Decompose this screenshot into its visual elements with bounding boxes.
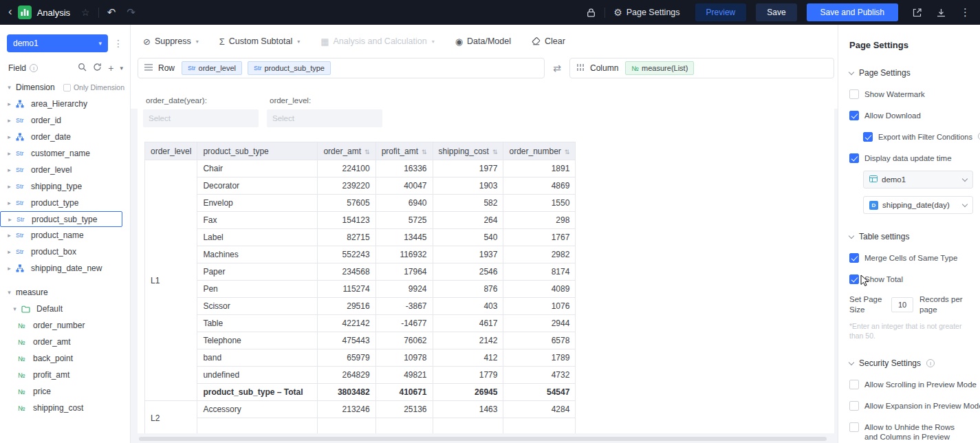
expand-caret-icon[interactable]: ▸	[6, 150, 13, 157]
toolbar-item-clear[interactable]: Clear	[532, 36, 565, 46]
field-item-product-box[interactable]: ▸ Str product_box	[0, 244, 130, 260]
dataset-select[interactable]: demo1 ▾	[7, 34, 108, 52]
collapse-caret-icon[interactable]: ▾	[120, 65, 123, 72]
merge-cells-checkbox[interactable]	[849, 253, 859, 263]
search-icon[interactable]	[78, 63, 87, 74]
toolbar-item-custom-subtotal[interactable]: Σ Custom Subtotal ▾	[219, 36, 300, 47]
measure-section-header[interactable]: ▾ measure	[0, 284, 130, 301]
col-header-product-sub-type[interactable]: product_sub_type	[197, 142, 318, 160]
expand-caret-icon[interactable]: ▸	[6, 199, 13, 206]
filter-select-order-level[interactable]: Select	[267, 109, 382, 127]
string-type-icon: Str	[16, 199, 28, 206]
horizontal-scrollbar[interactable]	[139, 437, 827, 441]
sort-icon[interactable]: ⇅	[364, 149, 370, 155]
sort-icon[interactable]: ⇅	[492, 149, 498, 155]
export-icon[interactable]	[912, 8, 922, 18]
row-field-pill-product-sub-type[interactable]: Str product_sub_type	[248, 61, 331, 75]
sort-icon[interactable]: ⇅	[422, 149, 427, 155]
field-item-shipping-cost[interactable]: № shipping_cost	[0, 400, 130, 416]
back-button[interactable]: ‹	[8, 5, 12, 19]
col-header-shipping-cost[interactable]: shipping_cost⇅	[433, 142, 503, 160]
dataset-field-select[interactable]: demo1	[863, 171, 973, 188]
expand-caret-icon[interactable]: ▸	[6, 100, 13, 107]
allow-scrolling-checkbox[interactable]	[849, 380, 859, 389]
allow-download-checkbox[interactable]	[849, 111, 859, 120]
row-field-pill-order-level[interactable]: Str order_level	[182, 61, 242, 75]
col-header-order-number[interactable]: order_number⇅	[503, 142, 576, 160]
column-field-pill-measure-list[interactable]: № measure(List)	[625, 61, 694, 75]
expand-caret-icon[interactable]: ▸	[6, 166, 13, 173]
toolbar-item-analysis-calculation[interactable]: ▦ Analysis and Calculation ▾	[320, 36, 435, 47]
table-cell: 213246	[318, 401, 375, 418]
lock-icon[interactable]	[586, 8, 596, 18]
chevron-down-icon: ▾	[196, 39, 199, 45]
col-header-order-level[interactable]: order_level	[145, 142, 197, 160]
field-item-order-amt[interactable]: № order_amt	[0, 334, 130, 350]
more-menu-icon[interactable]: ⋮	[960, 6, 970, 19]
chevron-down-icon[interactable]: ▾	[6, 289, 13, 296]
toolbar-item-suppress[interactable]: ⊘ Suppress ▾	[143, 36, 199, 47]
table-cell: 1463	[433, 401, 503, 418]
field-item-order-id[interactable]: ▸ Str order_id	[0, 112, 130, 129]
toolbar-item-data-model[interactable]: ◉ Data/Model	[455, 36, 511, 47]
row-shelf[interactable]: Row Str order_level Str product_sub_type	[138, 58, 545, 78]
col-header-order-amt[interactable]: order_amt⇅	[318, 142, 375, 160]
save-button[interactable]: Save	[756, 3, 796, 21]
section-table-settings[interactable]: Table settings	[849, 232, 970, 241]
allow-expansion-checkbox[interactable]	[849, 401, 859, 411]
chevron-down-icon[interactable]: ▾	[6, 84, 13, 91]
expand-caret-icon[interactable]: ▸	[6, 183, 13, 190]
field-item-product-type[interactable]: ▸ Str product_type	[0, 195, 130, 211]
field-item-order-level[interactable]: ▸ Str order_level	[0, 162, 130, 178]
field-item-back-point[interactable]: № back_point	[0, 350, 130, 367]
filter-select-order-date-year[interactable]: Select	[143, 109, 259, 127]
refresh-icon[interactable]	[93, 63, 102, 74]
chevron-down-icon[interactable]: ▾	[11, 305, 19, 312]
redo-icon[interactable]: ↷	[127, 6, 135, 19]
expand-caret-icon[interactable]: ▸	[6, 117, 13, 124]
field-item-order-date[interactable]: ▸ order_date	[0, 129, 130, 145]
table-cell: 4284	[503, 401, 576, 418]
filter-label: order_date(year):	[143, 96, 259, 105]
expand-caret-icon[interactable]: ▸	[6, 232, 13, 239]
allow-unhide-checkbox[interactable]	[849, 422, 859, 432]
undo-icon[interactable]: ↶	[107, 6, 116, 19]
field-item-shipping-type[interactable]: ▸ Str shipping_type	[0, 178, 130, 195]
display-update-time-checkbox[interactable]	[849, 153, 859, 163]
export-filter-checkbox[interactable]	[863, 132, 873, 142]
section-page-settings[interactable]: Page Settings	[849, 68, 970, 78]
dimension-section-header[interactable]: ▾ Dimension Only Dimension	[0, 79, 130, 96]
section-security-settings[interactable]: Security Settings i	[849, 358, 970, 368]
measure-folder-default[interactable]: ▾ Default	[0, 301, 130, 317]
save-and-publish-button[interactable]: Save and Publish	[807, 3, 898, 21]
dataset-more-icon[interactable]: ⋮	[112, 38, 124, 49]
page-size-input[interactable]	[891, 297, 913, 312]
column-shelf[interactable]: Column № measure(List)	[569, 58, 834, 78]
expand-caret-icon[interactable]: ▸	[6, 216, 14, 223]
field-item-price[interactable]: № price	[0, 383, 130, 400]
download-icon[interactable]	[936, 8, 946, 18]
field-item-shipping-date-new[interactable]: ▸ shipping_date_new	[0, 260, 130, 277]
show-total-checkbox[interactable]	[849, 274, 859, 284]
preview-button[interactable]: Preview	[695, 3, 747, 21]
page-settings-button[interactable]: ⚙ Page Settings	[613, 7, 679, 18]
expand-caret-icon[interactable]: ▸	[6, 265, 13, 272]
show-watermark-checkbox[interactable]	[849, 89, 859, 99]
table-cell: 1891	[503, 160, 576, 177]
col-header-profit-amt[interactable]: profit_amt⇅	[375, 142, 433, 160]
field-item-product-sub-type[interactable]: ▸ Str product_sub_type	[0, 211, 122, 227]
swap-axes-icon[interactable]: ⇄	[545, 63, 569, 74]
expand-caret-icon[interactable]: ▸	[6, 248, 13, 255]
field-item-area-hierarchy[interactable]: ▸ area_Hierarchy	[0, 96, 130, 112]
field-item-order-number[interactable]: № order_number	[0, 317, 130, 334]
only-dimension-checkbox[interactable]	[63, 84, 71, 91]
date-field-select[interactable]: D shipping_date(day)	[863, 196, 973, 214]
sort-icon[interactable]: ⇅	[565, 149, 570, 155]
field-item-product-name[interactable]: ▸ Str product_name	[0, 227, 130, 244]
expand-caret-icon[interactable]: ▸	[6, 133, 13, 140]
field-item-customer-name[interactable]: ▸ Str customer_name	[0, 145, 130, 162]
favorite-star-icon[interactable]: ☆	[81, 7, 90, 18]
add-field-icon[interactable]: +	[108, 65, 113, 72]
field-item-profit-amt[interactable]: № profit_amt	[0, 367, 130, 383]
table-cell: undefined	[197, 367, 318, 384]
